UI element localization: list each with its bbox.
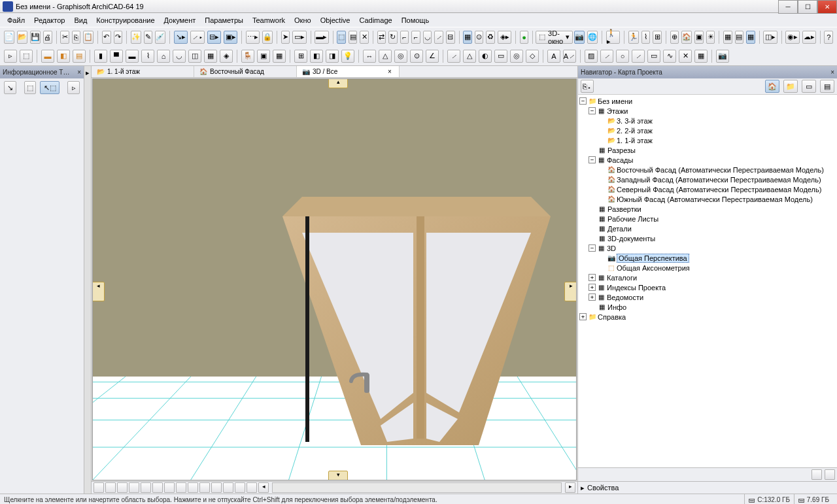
menu-edit[interactable]: Редактор [34, 16, 65, 24]
minimize-button[interactable]: ─ [778, 0, 798, 14]
nav-publisher-button[interactable]: ▤ [820, 80, 834, 93]
navigator-button[interactable]: ▦ [746, 31, 755, 44]
dropdown-1[interactable]: ◫▸ [763, 31, 777, 44]
window-combo[interactable]: ⬚ 3D-окно ▾ [536, 31, 573, 44]
tree-worksheets[interactable]: ▦Рабочие Листы [579, 214, 836, 224]
home-button[interactable]: 🏠 [681, 31, 692, 44]
save-button[interactable]: 💾 [30, 31, 41, 44]
tree-elev-north[interactable]: 🏠Северный Фасад (Автоматически Перестраи… [579, 184, 836, 194]
tree-floors[interactable]: −▦Этажи [579, 106, 836, 116]
dim-radial-tool[interactable]: ⊙ [410, 50, 423, 63]
camera-button[interactable]: 📷 [574, 31, 585, 44]
spline-tool[interactable]: ∿ [663, 50, 676, 63]
mesh-tool[interactable]: ▦ [273, 50, 286, 63]
tree-floor-2[interactable]: 📂2. 2-й этаж [579, 126, 836, 135]
zone-button[interactable]: ▣ [694, 31, 704, 44]
roof-tool[interactable]: ⌂ [157, 50, 170, 63]
dim-angle-tool[interactable]: ∠ [426, 50, 439, 63]
dim-linear-tool[interactable]: ↔ [363, 50, 376, 63]
scroll-left-button[interactable]: ◂ [258, 482, 269, 493]
nav-new-button[interactable] [825, 469, 835, 480]
marker-button[interactable]: ⊙ [475, 31, 484, 44]
vbtn-3[interactable] [117, 482, 128, 493]
magic-wand-button[interactable]: ✨ [131, 31, 141, 44]
drawing-tool[interactable]: ▭ [647, 50, 660, 63]
menu-window[interactable]: Окно [294, 16, 311, 24]
hotspot-tool[interactable]: ✕ [679, 50, 692, 63]
maximize-button[interactable]: ☐ [798, 0, 817, 14]
menu-document[interactable]: Документ [164, 16, 196, 24]
tree-elev-south[interactable]: 🏠Южный Фасад (Автоматически Перестраивае… [579, 194, 836, 204]
info-arrow-button[interactable]: ▹ [67, 81, 80, 94]
h-scrollbar[interactable] [272, 482, 562, 493]
vbtn-1[interactable] [94, 482, 104, 493]
tree-info[interactable]: ▦Инфо [579, 302, 836, 312]
vbtn-6[interactable] [152, 482, 163, 493]
tree-root[interactable]: −📁Без имени [579, 96, 836, 106]
left-collapse-handle[interactable]: ▸ [84, 66, 92, 494]
nav-layout-button[interactable]: ▭ [802, 80, 816, 93]
tree-3d-docs[interactable]: ▦3D-документы [579, 233, 836, 243]
menu-objective[interactable]: Objective [320, 16, 350, 24]
snap-guide-2[interactable]: ⟋▸ [190, 31, 204, 44]
vbtn-10[interactable] [199, 482, 210, 493]
navigator-header[interactable]: Навигатор - Карта Проекта × [578, 66, 837, 78]
arrow-button[interactable]: ➤ [281, 31, 290, 44]
tree-elevations[interactable]: −▦Фасады [579, 155, 836, 165]
tree-help[interactable]: +📁Справка [579, 312, 836, 322]
info-panel-header[interactable]: Информационное Т… × [0, 66, 84, 78]
undo-button[interactable]: ↶ [102, 31, 111, 44]
vbtn-7[interactable] [164, 482, 175, 493]
open-button[interactable]: 📂 [17, 31, 27, 44]
tree-axon[interactable]: ⬚Общая Аксонометрия [579, 263, 836, 273]
vbtn-11[interactable] [211, 482, 222, 493]
navigator-close-icon[interactable]: × [830, 69, 834, 76]
worksheet-tool[interactable]: ▭ [494, 50, 507, 63]
left-handle[interactable]: ◂ [92, 282, 105, 301]
vbtn-14[interactable] [247, 482, 257, 493]
mirror-button[interactable]: ⇄ [377, 31, 386, 44]
arc-tool[interactable]: ○ [616, 50, 629, 63]
redo-button[interactable]: ↷ [114, 31, 123, 44]
nav-settings-button[interactable] [811, 469, 822, 480]
tree-floor-1[interactable]: 📂1. 1-й этаж [579, 135, 836, 145]
tree-elev-east[interactable]: 🏠Восточный Фасад (Автоматически Перестра… [579, 165, 836, 175]
stair-tool[interactable]: ⌇ [141, 50, 154, 63]
detail-tool[interactable]: ◎ [510, 50, 523, 63]
info-select-button[interactable]: ↖⬚ [40, 81, 60, 94]
globe-button[interactable]: 🌐 [587, 31, 598, 44]
corner-tool[interactable]: ◨ [326, 50, 339, 63]
tree-interior[interactable]: ▦Развертки [579, 204, 836, 214]
bottom-handle[interactable]: ▾ [328, 471, 348, 480]
toggle-1[interactable]: ⬚ [337, 31, 346, 44]
scroll-right-button[interactable]: ▸ [565, 482, 575, 493]
curtain-tool[interactable]: ▦ [204, 50, 217, 63]
viewport-3d[interactable]: ◂ ▸ ▴ ▾ [92, 78, 577, 480]
text-tool[interactable]: A [547, 50, 560, 63]
info-arrow-out-button[interactable]: ↘ [4, 81, 16, 94]
tab-3d[interactable]: 📷 3D / Все × [297, 66, 400, 77]
column-tool[interactable]: ▮ [94, 50, 107, 63]
camera-tool[interactable]: 📷 [716, 50, 729, 63]
marquee-tool[interactable]: ⬚ [20, 50, 33, 63]
new-button[interactable]: 📄 [4, 31, 14, 44]
grid-tool[interactable]: ⊞ [294, 50, 307, 63]
vbtn-8[interactable] [176, 482, 186, 493]
door-tool[interactable]: ◧ [57, 50, 70, 63]
object-button[interactable]: ⊞ [653, 31, 662, 44]
snap-guide-1[interactable]: ↘▸ [174, 31, 188, 44]
tree-schedules[interactable]: +▦Каталоги [579, 273, 836, 282]
content-button[interactable]: ▦ [723, 31, 732, 44]
menu-teamwork[interactable]: Teamwork [252, 16, 285, 24]
marquee-button[interactable]: ▭▸ [292, 31, 306, 44]
wall-tool[interactable]: ▬ [41, 50, 54, 63]
copy-button[interactable]: ⎘ [72, 31, 81, 44]
menu-file[interactable]: Файл [7, 16, 25, 24]
vbtn-2[interactable] [105, 482, 116, 493]
cut-button[interactable]: ✂ [60, 31, 69, 44]
tree-details[interactable]: ▦Детали [579, 224, 836, 233]
menu-help[interactable]: Помощь [401, 16, 430, 24]
lamp-tool[interactable]: 💡 [341, 50, 354, 63]
toggle-2[interactable]: ▤ [349, 31, 358, 44]
skylight-tool[interactable]: ◫ [188, 50, 201, 63]
